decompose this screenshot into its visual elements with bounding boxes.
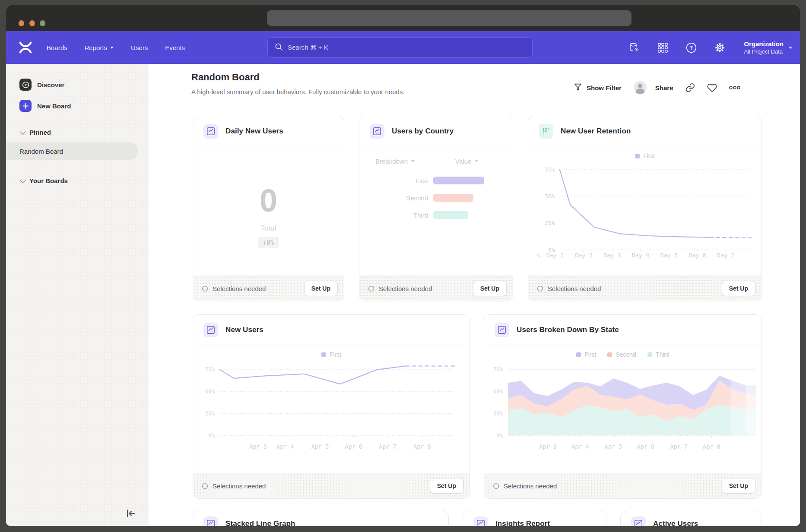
nav-item-reports[interactable]: Reports xyxy=(85,44,114,51)
svg-text:Day 5: Day 5 xyxy=(660,252,678,259)
avatar[interactable] xyxy=(634,81,647,94)
svg-text:25%: 25% xyxy=(493,410,503,417)
traffic-light-close[interactable] xyxy=(19,20,24,26)
copy-link-icon[interactable] xyxy=(685,83,695,92)
chevron-down-icon xyxy=(475,160,478,162)
bar-label: Third xyxy=(359,212,433,219)
card-footer: Selections neededSet Up xyxy=(193,473,470,498)
traffic-light-minimize[interactable] xyxy=(29,20,35,26)
sidebar: Discover New Board Pinned Random Board Y… xyxy=(6,64,149,526)
stacked-area-chart: 75%50%25%0%Apr 3Apr 4Apr 5Apr 6Apr 7Apr … xyxy=(484,345,762,474)
org-scope: All Project Data xyxy=(744,48,784,55)
dropdown-label: Breakdown xyxy=(375,158,408,165)
card-new-user-retention: New User Retention First 75%50%25%0%<Day… xyxy=(528,116,762,301)
svg-text:25%: 25% xyxy=(545,220,555,226)
set-up-button[interactable]: Set Up xyxy=(304,281,338,296)
app-window: BoardsReportsUsersEvents Search ⌘ + K xyxy=(6,5,800,526)
metric-label: Total xyxy=(193,224,344,233)
nav-item-users[interactable]: Users xyxy=(131,44,148,51)
page-title: Random Board xyxy=(191,72,260,83)
chevron-down-icon xyxy=(20,128,26,134)
card-title: Users Broken Down By State xyxy=(517,326,619,334)
card-title: Stacked Line Graph xyxy=(225,519,295,526)
org-name: Organization xyxy=(744,40,784,48)
bar-label: Second xyxy=(359,194,433,202)
sidebar-item-random-board[interactable]: Random Board xyxy=(6,142,138,160)
value-dropdown[interactable]: Value xyxy=(455,158,478,165)
line-chart-icon xyxy=(203,516,218,526)
nav-item-events[interactable]: Events xyxy=(165,44,185,51)
svg-text:Apr 5: Apr 5 xyxy=(311,443,329,450)
card-title: Daily New Users xyxy=(225,127,283,136)
selections-needed-status: Selections needed xyxy=(202,285,266,292)
apps-grid-icon[interactable] xyxy=(657,41,669,54)
sidebar-item-new-board[interactable]: New Board xyxy=(19,100,71,112)
board-item-label: Random Board xyxy=(19,148,63,155)
browser-url-bar[interactable] xyxy=(267,10,631,26)
svg-text:?: ? xyxy=(690,44,693,51)
more-options-icon[interactable] xyxy=(729,86,740,89)
line-chart-icon xyxy=(203,124,218,139)
share-button[interactable]: Share xyxy=(655,84,673,92)
set-up-button[interactable]: Set Up xyxy=(473,281,507,296)
sidebar-item-label: Discover xyxy=(37,81,64,89)
chevron-down-icon xyxy=(110,47,114,49)
show-filter-label: Show Filter xyxy=(587,84,622,92)
value-bar[interactable] xyxy=(433,211,468,219)
mixpanel-logo-icon[interactable] xyxy=(19,41,32,54)
svg-text:75%: 75% xyxy=(545,166,555,173)
chevron-down-icon xyxy=(789,47,792,49)
svg-text:50%: 50% xyxy=(545,193,555,200)
svg-text:Apr 3: Apr 3 xyxy=(539,443,556,450)
svg-text:0%: 0% xyxy=(496,432,503,439)
card-footer: Selections neededSet Up xyxy=(193,276,344,301)
window-titlebar xyxy=(6,5,800,31)
card-title: New Users xyxy=(225,326,263,334)
sidebar-section-your-boards[interactable]: Your Boards xyxy=(21,177,68,184)
svg-text:Day 3: Day 3 xyxy=(603,252,621,259)
empty-circle-icon xyxy=(202,285,208,292)
data-management-icon[interactable] xyxy=(628,41,640,54)
country-bars: FirstSecondThird xyxy=(359,177,513,228)
svg-text:50%: 50% xyxy=(493,388,503,395)
card-users-by-country: Users by Country Breakdown Value FirstSe xyxy=(359,116,513,301)
favorite-heart-icon[interactable] xyxy=(707,83,717,93)
filter-funnel-icon xyxy=(574,82,582,93)
help-icon[interactable]: ? xyxy=(685,41,697,54)
card-daily-new-users: Daily New Users 0 Total ↑0% Selections n… xyxy=(193,116,344,301)
card-footer: Selections neededSet Up xyxy=(484,473,762,498)
svg-text:Day 7: Day 7 xyxy=(717,252,734,259)
search-input[interactable]: Search ⌘ + K xyxy=(267,37,533,58)
compass-icon xyxy=(19,79,32,91)
nav-item-label: Boards xyxy=(47,44,67,51)
set-up-button[interactable]: Set Up xyxy=(430,478,463,494)
top-navbar: BoardsReportsUsersEvents Search ⌘ + K xyxy=(6,31,800,64)
set-up-button[interactable]: Set Up xyxy=(722,478,755,494)
board-main: Random Board A high-level summary of use… xyxy=(149,64,800,526)
share-label: Share xyxy=(655,84,673,92)
set-up-button[interactable]: Set Up xyxy=(722,281,755,296)
retention-dots-icon xyxy=(539,124,553,139)
sidebar-item-discover[interactable]: Discover xyxy=(19,79,64,91)
card-stacked-line-graph: Stacked Line Graph xyxy=(193,511,449,526)
traffic-light-zoom[interactable] xyxy=(40,20,45,26)
sidebar-collapse-icon[interactable] xyxy=(125,508,137,520)
card-footer: Selections neededSet Up xyxy=(528,276,762,301)
nav-item-boards[interactable]: Boards xyxy=(47,44,67,51)
chevron-down-icon xyxy=(20,177,26,183)
show-filter-button[interactable]: Show Filter xyxy=(574,82,622,93)
settings-gear-icon[interactable] xyxy=(714,41,726,54)
line-chart-icon xyxy=(370,124,384,139)
value-bar[interactable] xyxy=(433,177,484,184)
sidebar-section-pinned[interactable]: Pinned xyxy=(21,129,51,136)
svg-text:Apr 5: Apr 5 xyxy=(605,443,622,450)
svg-text:Apr 7: Apr 7 xyxy=(379,443,396,450)
card-footer: Selections neededSet Up xyxy=(359,276,513,301)
svg-text:Apr 6: Apr 6 xyxy=(345,443,362,450)
value-bar[interactable] xyxy=(433,194,473,202)
org-switcher[interactable]: Organization All Project Data xyxy=(744,40,792,55)
breakdown-dropdown[interactable]: Breakdown xyxy=(375,158,415,165)
card-title: Users by Country xyxy=(392,127,454,136)
selections-needed-status: Selections needed xyxy=(202,482,266,490)
card-title: Insights Report xyxy=(495,519,550,526)
